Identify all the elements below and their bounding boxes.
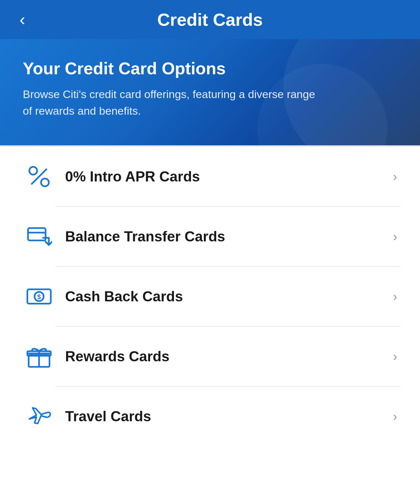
header: ‹ Credit Cards xyxy=(0,0,420,39)
page-title: Credit Cards xyxy=(157,9,263,30)
back-button[interactable]: ‹ xyxy=(16,8,28,31)
svg-line-2 xyxy=(31,169,47,184)
travel-label: Travel Cards xyxy=(65,408,386,425)
chevron-icon-cash-back: › xyxy=(393,289,397,304)
svg-point-1 xyxy=(41,179,49,186)
balance-transfer-label: Balance Transfer Cards xyxy=(65,228,386,245)
cash-back-label: Cash Back Cards xyxy=(65,288,386,305)
svg-text:$: $ xyxy=(37,293,41,300)
hero-banner: Your Credit Card Options Browse Citi's c… xyxy=(0,39,420,145)
menu-list: 0% Intro APR Cards › Balance Transfer Ca… xyxy=(0,147,420,446)
list-item-travel[interactable]: Travel Cards › xyxy=(20,386,400,446)
list-item-rewards[interactable]: Rewards Cards › xyxy=(20,326,400,386)
plane-icon xyxy=(23,403,55,429)
chevron-icon-rewards: › xyxy=(393,349,397,364)
hero-title: Your Credit Card Options xyxy=(23,59,397,78)
svg-point-0 xyxy=(29,167,37,175)
chevron-icon-travel: › xyxy=(393,409,397,424)
hero-description: Browse Citi's credit card offerings, fea… xyxy=(23,86,316,119)
chevron-icon-intro-apr: › xyxy=(393,169,397,184)
rewards-label: Rewards Cards xyxy=(65,348,386,365)
chevron-icon-balance-transfer: › xyxy=(393,229,397,244)
list-item-balance-transfer[interactable]: Balance Transfer Cards › xyxy=(20,207,400,266)
gift-icon xyxy=(23,343,55,369)
percent-icon xyxy=(23,164,55,190)
transfer-icon xyxy=(23,223,55,250)
list-item-intro-apr[interactable]: 0% Intro APR Cards › xyxy=(20,147,400,207)
cash-icon: $ xyxy=(23,283,55,310)
list-item-cash-back[interactable]: $ Cash Back Cards › xyxy=(20,266,400,326)
intro-apr-label: 0% Intro APR Cards xyxy=(65,168,386,185)
